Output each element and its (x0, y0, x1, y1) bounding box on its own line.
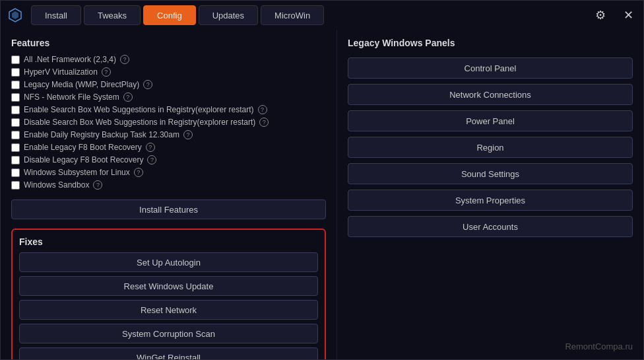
checkbox-label-disable_f8: Disable Legacy F8 Boot Recovery (24, 155, 143, 164)
help-badge-legacy_media[interactable]: ? (143, 80, 152, 89)
fix-button-autologin[interactable]: Set Up Autologin (19, 252, 318, 272)
checkbox-hyperv[interactable] (11, 68, 20, 77)
checkbox-label-daily_backup: Enable Daily Registry Backup Task 12.30a… (24, 130, 179, 139)
checkbox-disable_f8[interactable] (11, 156, 20, 164)
checkbox-item-enable_search: Enable Search Box Web Suggestions in Reg… (11, 105, 326, 114)
nav-tab-microwin[interactable]: MicroWin (261, 5, 324, 25)
checkbox-label-enable_f8: Enable Legacy F8 Boot Recovery (24, 143, 142, 152)
legacy-button-sound_settings[interactable]: Sound Settings (348, 163, 633, 184)
checkbox-item-nfs: NFS - Network File System? (11, 92, 326, 102)
help-badge-hyperv[interactable]: ? (102, 67, 111, 77)
nav-tab-tweaks[interactable]: Tweaks (84, 5, 141, 25)
legacy-button-region[interactable]: Region (348, 137, 633, 158)
fix-button-reset_wu[interactable]: Reset Windows Update (19, 276, 318, 296)
help-badge-daily_backup[interactable]: ? (183, 130, 193, 139)
titlebar: InstallTweaksConfigUpdatesMicroWin ⚙ ✕ (1, 1, 643, 30)
legacy-panels-title: Legacy Windows Panels (348, 38, 633, 48)
checkbox-label-wsl: Windows Subsystem for Linux (24, 168, 130, 177)
checkbox-item-dotnet: All .Net Framework (2,3,4)? (11, 55, 326, 64)
app-logo (6, 6, 24, 24)
watermark: RemontCompa.ru (348, 335, 633, 351)
left-panel: Features All .Net Framework (2,3,4)?Hype… (1, 30, 337, 359)
nav-tabs: InstallTweaksConfigUpdatesMicroWin (31, 5, 324, 25)
legacy-button-user_accounts[interactable]: User Accounts (348, 216, 633, 237)
help-badge-sandbox[interactable]: ? (93, 180, 102, 190)
help-badge-disable_f8[interactable]: ? (147, 155, 156, 164)
checkbox-wsl[interactable] (11, 168, 20, 177)
close-button[interactable]: ✕ (618, 5, 638, 25)
fixes-section: Fixes Set Up AutologinReset Windows Upda… (11, 229, 326, 359)
checkbox-enable_search[interactable] (11, 106, 20, 114)
nav-tab-config[interactable]: Config (143, 5, 196, 25)
app-window: InstallTweaksConfigUpdatesMicroWin ⚙ ✕ F… (0, 0, 644, 360)
legacy-button-network_connections[interactable]: Network Connections (348, 84, 633, 105)
features-title: Features (11, 38, 326, 48)
legacy-button-control_panel[interactable]: Control Panel (348, 57, 633, 79)
fix-button-reset_network[interactable]: Reset Network (19, 300, 318, 320)
checkbox-enable_f8[interactable] (11, 143, 20, 152)
checkbox-label-legacy_media: Legacy Media (WMP, DirectPlay) (24, 80, 139, 89)
fixes-title: Fixes (19, 236, 318, 247)
checkbox-label-hyperv: HyperV Virtualization (24, 67, 98, 77)
checkbox-label-dotnet: All .Net Framework (2,3,4) (24, 55, 116, 64)
settings-button[interactable]: ⚙ (591, 5, 610, 25)
checkbox-item-enable_f8: Enable Legacy F8 Boot Recovery? (11, 143, 326, 152)
checkbox-nfs[interactable] (11, 93, 20, 102)
nav-tab-install[interactable]: Install (31, 5, 81, 25)
fix-buttons-container: Set Up AutologinReset Windows UpdateRese… (19, 252, 318, 359)
checkbox-item-disable_search: Disable Search Box Web Suggestions in Re… (11, 118, 326, 127)
help-badge-disable_search[interactable]: ? (259, 118, 269, 127)
legacy-button-power_panel[interactable]: Power Panel (348, 110, 633, 131)
checkbox-legacy_media[interactable] (11, 81, 20, 89)
help-badge-wsl[interactable]: ? (134, 168, 143, 177)
checkbox-label-disable_search: Disable Search Box Web Suggestions in Re… (24, 118, 255, 127)
titlebar-right: ⚙ ✕ (591, 5, 638, 25)
checkbox-label-sandbox: Windows Sandbox (24, 180, 89, 190)
fix-button-winget_reinstall[interactable]: WinGet Reinstall (19, 347, 318, 359)
checkbox-disable_search[interactable] (11, 118, 20, 127)
checkbox-item-legacy_media: Legacy Media (WMP, DirectPlay)? (11, 80, 326, 89)
legacy-buttons-container: Control PanelNetwork ConnectionsPower Pa… (348, 57, 633, 242)
checkbox-dotnet[interactable] (11, 55, 20, 64)
help-badge-enable_f8[interactable]: ? (146, 143, 155, 152)
help-badge-enable_search[interactable]: ? (258, 105, 267, 114)
help-badge-dotnet[interactable]: ? (120, 55, 129, 64)
checkbox-item-disable_f8: Disable Legacy F8 Boot Recovery? (11, 155, 326, 164)
checkbox-sandbox[interactable] (11, 181, 20, 190)
right-panel: Legacy Windows Panels Control PanelNetwo… (337, 30, 643, 359)
main-content: Features All .Net Framework (2,3,4)?Hype… (1, 30, 643, 359)
legacy-button-system_properties[interactable]: System Properties (348, 190, 633, 211)
fix-button-corruption_scan[interactable]: System Corruption Scan (19, 324, 318, 343)
checkbox-item-wsl: Windows Subsystem for Linux? (11, 168, 326, 177)
checkbox-item-hyperv: HyperV Virtualization? (11, 67, 326, 77)
checkbox-item-daily_backup: Enable Daily Registry Backup Task 12.30a… (11, 130, 326, 139)
install-features-button[interactable]: Install Features (11, 199, 326, 219)
checkbox-label-nfs: NFS - Network File System (24, 92, 119, 102)
checkbox-item-sandbox: Windows Sandbox? (11, 180, 326, 190)
help-badge-nfs[interactable]: ? (123, 92, 133, 102)
checkbox-label-enable_search: Enable Search Box Web Suggestions in Reg… (24, 105, 254, 114)
checkboxes-container: All .Net Framework (2,3,4)?HyperV Virtua… (11, 55, 326, 190)
checkbox-daily_backup[interactable] (11, 131, 20, 139)
nav-tab-updates[interactable]: Updates (199, 5, 258, 25)
